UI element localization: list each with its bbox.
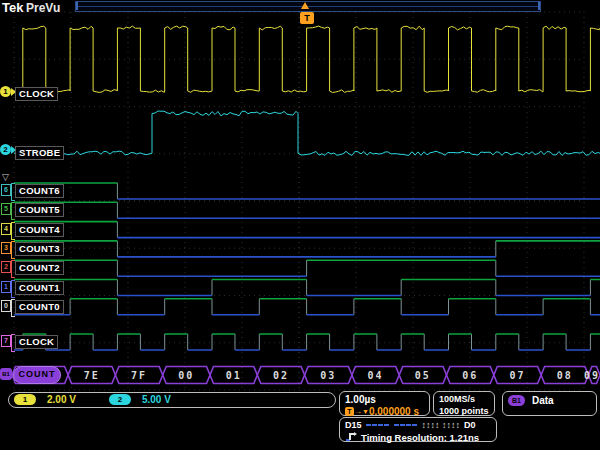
digital-badge-d4: 4: [1, 223, 11, 235]
svg-text:03: 03: [320, 370, 336, 381]
sample-rate: 100MS/s: [439, 394, 475, 404]
digital-badge-d7: 7: [1, 335, 11, 347]
svg-text:7E: 7E: [84, 370, 100, 381]
svg-text:06: 06: [462, 370, 478, 381]
digital-label-count0: COUNT0: [15, 300, 64, 314]
ch2-badge: 2: [0, 144, 11, 155]
digital-badge-d1: 1: [1, 281, 11, 293]
timing-edge-icon: [345, 432, 358, 442]
record-left-bracket: [76, 2, 78, 10]
ch2-position-marker: 2: [0, 144, 16, 155]
timing-resolution: Timing Resolution: 1.21ns: [361, 432, 479, 443]
svg-text:07: 07: [509, 370, 525, 381]
horizontal-readout: 1.00µs T→▼0.000000 s: [339, 391, 430, 416]
waveform-canvas: 7E7F00010203040506070809: [0, 0, 600, 450]
digital-label-count6: COUNT6: [15, 184, 64, 198]
tek-logo: Tek: [2, 0, 23, 15]
svg-text:04: 04: [368, 370, 384, 381]
trigger-flag: T: [300, 12, 314, 24]
digital-group-marker-icon: ▽: [2, 173, 9, 182]
svg-text:02: 02: [273, 370, 289, 381]
digital-badge-d3: 3: [1, 242, 11, 254]
bus-mode: Data: [532, 395, 554, 406]
bus-readout-badge: B1: [508, 395, 525, 406]
trigger-mini-badge: T: [345, 407, 354, 416]
digital-badge-d2: 2: [1, 261, 11, 273]
ch1-position-marker: 1: [0, 86, 16, 97]
bus-badge: B1: [0, 368, 12, 380]
trigger-position-arrow-icon: [301, 2, 309, 9]
digital-badge-d0: 0: [1, 300, 11, 312]
horizontal-scale: 1.00µs: [345, 394, 376, 405]
digital-label-count5: COUNT5: [15, 203, 64, 217]
svg-text:01: 01: [226, 370, 242, 381]
digital-traces: [14, 183, 600, 350]
digital-activity-indicators: ↕↕↕↕ ↕↕↕↕: [422, 420, 461, 430]
channel-scale-readout: 1 2.00 V 2 5.00 V: [8, 392, 336, 408]
ch2-scale-badge: 2: [109, 394, 131, 405]
ch2-label: STROBE: [15, 146, 64, 160]
bus-label-bubble: COUNT: [13, 366, 61, 384]
digital-label-clock: CLOCK: [15, 335, 58, 349]
svg-text:05: 05: [415, 370, 431, 381]
ch1-label: CLOCK: [15, 87, 58, 101]
trigger-position-value: 0.000000 s: [369, 406, 419, 417]
svg-text:7F: 7F: [131, 370, 147, 381]
ch2-scale: 5.00 V: [142, 394, 171, 405]
bus-trace: 7E7F00010203040506070809: [12, 367, 600, 384]
digital-status-readout: D15 ↕↕↕↕ ↕↕↕↕ D0 Timing Resolution: 1.21…: [339, 417, 497, 442]
oscilloscope-screen: 7E7F00010203040506070809 Tek PreVu T 1 C…: [0, 0, 600, 450]
digital-badge-d6: 6: [1, 184, 11, 196]
record-right-bracket: [538, 2, 540, 10]
trigger-level-icon: ▼: [362, 408, 369, 415]
digital-lsb-label: D0: [464, 420, 476, 430]
digital-badge-d5: 5: [1, 203, 11, 215]
trigger-arrow-icon: →: [354, 407, 362, 416]
ch1-badge: 1: [0, 86, 11, 97]
ch1-scale-badge: 1: [14, 394, 36, 405]
ch1-clock-trace: [14, 26, 600, 92]
bus-readout: B1 Data: [502, 391, 597, 416]
ch1-scale: 2.00 V: [47, 394, 76, 405]
digital-msb-label: D15: [345, 420, 362, 430]
acquisition-status: PreVu: [26, 1, 60, 15]
svg-text:00: 00: [178, 370, 194, 381]
digital-label-count3: COUNT3: [15, 242, 64, 256]
record-length: 1000 points: [439, 406, 489, 416]
digital-low-indicators: [366, 420, 418, 430]
svg-text:09: 09: [584, 370, 600, 381]
digital-label-count2: COUNT2: [15, 261, 64, 275]
digital-label-count4: COUNT4: [15, 223, 64, 237]
svg-text:08: 08: [557, 370, 573, 381]
digital-label-count1: COUNT1: [15, 281, 64, 295]
ch2-strobe-trace: [14, 111, 600, 155]
acquisition-readout: 100MS/s 1000 points: [433, 391, 495, 416]
